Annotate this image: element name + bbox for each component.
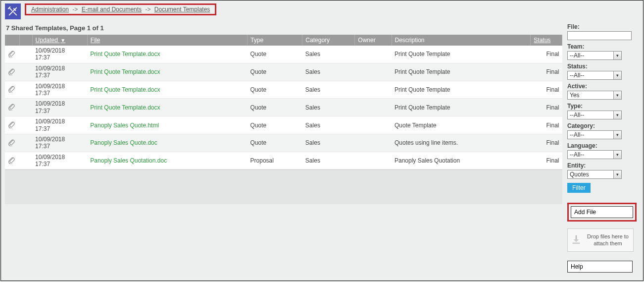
file-cell: Panoply Sales Quote.doc [87, 134, 247, 152]
attachment-cell [5, 63, 20, 81]
file-link[interactable]: Print Quote Template.docx [90, 68, 160, 75]
col-category[interactable]: Category [302, 35, 355, 46]
description-cell: Panoply Sales Quotation [392, 152, 531, 169]
filter-language-select[interactable]: --All-- ▾ [567, 150, 622, 159]
category-cell: Sales [302, 116, 355, 134]
file-cell: Print Quote Template.docx [87, 46, 247, 63]
owner-cell [355, 134, 392, 152]
file-link[interactable]: Panoply Sales Quote.html [90, 122, 159, 129]
category-cell: Sales [302, 99, 355, 116]
file-link[interactable]: Print Quote Template.docx [90, 51, 160, 57]
table-row[interactable]: 10/09/201817:37Panoply Sales Quote.htmlQ… [5, 116, 562, 134]
owner-cell [355, 152, 392, 169]
filter-category-label: Category: [567, 122, 639, 129]
col-updated-label: Updated [36, 37, 58, 44]
breadcrumb-link-administration[interactable]: Administration [31, 6, 69, 13]
attachment-cell [5, 99, 20, 116]
chevron-down-icon: ▾ [613, 151, 621, 159]
download-arrow-icon [571, 234, 583, 246]
file-cell: Print Quote Template.docx [87, 99, 247, 116]
filter-status-label: Status: [567, 63, 639, 70]
attachment-cell [5, 134, 20, 152]
file-dropzone[interactable]: Drop files here to attach them [567, 228, 634, 252]
col-type[interactable]: Type [248, 35, 302, 46]
file-cell: Print Quote Template.docx [87, 63, 247, 81]
filter-category-value: --All-- [568, 131, 613, 138]
type-cell: Quote [248, 46, 302, 63]
breadcrumb-link-email-documents[interactable]: E-mail and Documents [82, 6, 142, 13]
select-cell[interactable] [20, 99, 32, 116]
updated-cell: 10/09/201817:37 [32, 134, 87, 152]
filter-entity-select[interactable]: Quotes ▾ [567, 170, 622, 179]
filter-language-value: --All-- [568, 151, 613, 158]
type-cell: Quote [248, 99, 302, 116]
select-cell[interactable] [20, 134, 32, 152]
description-cell: Print Quote Template [392, 63, 531, 81]
select-cell[interactable] [20, 152, 32, 169]
description-cell: Print Quote Template [392, 46, 531, 63]
status-cell: Final [531, 46, 562, 63]
table-empty-area [5, 169, 562, 204]
breadcrumb: Administration -> E-mail and Documents -… [25, 3, 216, 15]
filter-active-select[interactable]: Yes ▾ [567, 91, 622, 100]
table-row[interactable]: 10/09/201817:37Print Quote Template.docx… [5, 46, 562, 63]
select-cell[interactable] [20, 116, 32, 134]
file-link[interactable]: Print Quote Template.docx [90, 104, 160, 111]
col-description[interactable]: Description [392, 35, 531, 46]
filter-file-input[interactable] [567, 31, 632, 40]
select-cell[interactable] [20, 81, 32, 99]
table-row[interactable]: 10/09/201817:37Print Quote Template.docx… [5, 81, 562, 99]
filter-language-label: Language: [567, 142, 639, 149]
col-status[interactable]: Status [531, 35, 562, 46]
type-cell: Quote [248, 116, 302, 134]
attachment-cell [5, 46, 20, 63]
templates-table: Updated ▼ File Type Category Owner Descr… [5, 35, 562, 169]
file-link[interactable]: Panoply Sales Quotation.doc [90, 157, 167, 164]
table-row[interactable]: 10/09/201817:37Print Quote Template.docx… [5, 99, 562, 116]
paperclip-icon [8, 50, 15, 59]
status-cell: Final [531, 116, 562, 134]
col-file[interactable]: File [87, 35, 247, 46]
status-cell: Final [531, 81, 562, 99]
sort-desc-icon: ▼ [60, 38, 65, 43]
filter-button[interactable]: Filter [567, 183, 591, 193]
filter-file-label: File: [567, 23, 639, 30]
file-link[interactable]: Print Quote Template.docx [90, 86, 160, 93]
status-cell: Final [531, 63, 562, 81]
help-button[interactable]: Help [567, 261, 633, 273]
page-title: 7 Shared Templates, Page 1 of 1 [5, 22, 562, 35]
table-row[interactable]: 10/09/201817:37Panoply Sales Quote.docQu… [5, 134, 562, 152]
category-cell: Sales [302, 152, 355, 169]
filter-type-select[interactable]: --All-- ▾ [567, 111, 622, 119]
attachment-cell [5, 81, 20, 99]
filter-type-label: Type: [567, 103, 639, 110]
col-owner[interactable]: Owner [355, 35, 392, 46]
category-cell: Sales [302, 81, 355, 99]
admin-tools-icon[interactable] [5, 3, 21, 19]
table-row[interactable]: 10/09/201817:37Panoply Sales Quotation.d… [5, 152, 562, 169]
category-cell: Sales [302, 63, 355, 81]
filter-team-select[interactable]: --All-- ▾ [567, 51, 622, 60]
filter-active-label: Active: [567, 83, 639, 90]
breadcrumb-link-document-templates[interactable]: Document Templates [154, 6, 210, 13]
paperclip-icon [8, 120, 15, 130]
chevron-down-icon: ▾ [613, 52, 621, 59]
description-cell: Quotes using line items. [392, 134, 531, 152]
col-updated[interactable]: Updated ▼ [32, 35, 87, 46]
select-cell[interactable] [20, 46, 32, 63]
filter-status-select[interactable]: --All-- ▾ [567, 71, 622, 80]
add-file-button[interactable]: Add File [571, 206, 633, 218]
select-cell[interactable] [20, 63, 32, 81]
filter-panel: File: Team: --All-- ▾ Status: --All-- ▾ … [567, 22, 639, 273]
filter-entity-label: Entity: [567, 162, 639, 169]
updated-cell: 10/09/201817:37 [32, 116, 87, 134]
filter-category-select[interactable]: --All-- ▾ [567, 130, 622, 139]
description-cell: Quote Template [392, 116, 531, 134]
breadcrumb-sep: -> [145, 6, 150, 13]
type-cell: Quote [248, 134, 302, 152]
table-row[interactable]: 10/09/201817:37Print Quote Template.docx… [5, 63, 562, 81]
status-cell: Final [531, 134, 562, 152]
col-select [20, 35, 32, 46]
paperclip-icon [8, 67, 15, 77]
file-link[interactable]: Panoply Sales Quote.doc [90, 139, 157, 146]
